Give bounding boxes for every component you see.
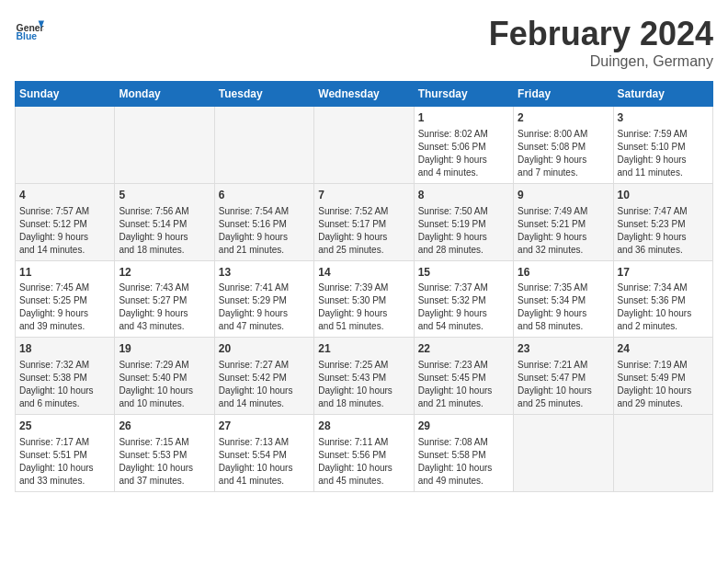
calendar-cell: 5Sunrise: 7:56 AM Sunset: 5:14 PM Daylig…: [115, 183, 214, 260]
day-number: 10: [618, 188, 709, 203]
calendar-cell: 29Sunrise: 7:08 AM Sunset: 5:58 PM Dayli…: [414, 415, 513, 492]
day-number: 25: [19, 419, 110, 434]
calendar-cell: [514, 415, 613, 492]
day-info: Sunrise: 7:15 AM Sunset: 5:53 PM Dayligh…: [119, 436, 210, 488]
svg-text:Blue: Blue: [17, 31, 38, 41]
day-info: Sunrise: 8:02 AM Sunset: 5:06 PM Dayligh…: [418, 128, 509, 179]
calendar-cell: 6Sunrise: 7:54 AM Sunset: 5:16 PM Daylig…: [214, 183, 313, 260]
calendar-cell: 10Sunrise: 7:47 AM Sunset: 5:23 PM Dayli…: [613, 183, 712, 260]
day-info: Sunrise: 7:52 AM Sunset: 5:17 PM Dayligh…: [318, 205, 409, 257]
day-number: 4: [19, 188, 110, 203]
calendar-week-row: 4Sunrise: 7:57 AM Sunset: 5:12 PM Daylig…: [16, 183, 713, 260]
calendar-cell: 18Sunrise: 7:32 AM Sunset: 5:38 PM Dayli…: [16, 338, 115, 415]
column-header-saturday: Saturday: [613, 82, 712, 107]
calendar-cell: 27Sunrise: 7:13 AM Sunset: 5:54 PM Dayli…: [214, 415, 313, 492]
day-number: 16: [518, 265, 609, 281]
day-info: Sunrise: 7:08 AM Sunset: 5:58 PM Dayligh…: [418, 436, 509, 488]
day-info: Sunrise: 7:11 AM Sunset: 5:56 PM Dayligh…: [318, 436, 409, 488]
logo-icon: General Blue: [15, 15, 44, 44]
logo: General Blue: [15, 15, 44, 44]
calendar-week-row: 18Sunrise: 7:32 AM Sunset: 5:38 PM Dayli…: [16, 338, 713, 415]
column-header-wednesday: Wednesday: [314, 82, 414, 107]
calendar-week-row: 1Sunrise: 8:02 AM Sunset: 5:06 PM Daylig…: [16, 107, 713, 184]
day-info: Sunrise: 7:39 AM Sunset: 5:30 PM Dayligh…: [318, 282, 409, 333]
day-info: Sunrise: 7:50 AM Sunset: 5:19 PM Dayligh…: [418, 205, 509, 257]
day-number: 5: [119, 188, 210, 203]
calendar-header-row: SundayMondayTuesdayWednesdayThursdayFrid…: [16, 82, 713, 107]
calendar-cell: 23Sunrise: 7:21 AM Sunset: 5:47 PM Dayli…: [514, 338, 613, 415]
day-info: Sunrise: 7:49 AM Sunset: 5:21 PM Dayligh…: [518, 205, 609, 257]
day-info: Sunrise: 7:34 AM Sunset: 5:36 PM Dayligh…: [618, 282, 709, 333]
day-info: Sunrise: 7:37 AM Sunset: 5:32 PM Dayligh…: [418, 282, 509, 333]
day-number: 15: [418, 265, 509, 281]
day-number: 18: [19, 341, 110, 357]
column-header-friday: Friday: [514, 82, 613, 107]
subtitle: Duingen, Germany: [489, 53, 713, 70]
day-info: Sunrise: 7:17 AM Sunset: 5:51 PM Dayligh…: [19, 436, 110, 488]
main-title: February 2024: [489, 15, 713, 53]
calendar-cell: 7Sunrise: 7:52 AM Sunset: 5:17 PM Daylig…: [314, 183, 414, 260]
calendar-cell: 24Sunrise: 7:19 AM Sunset: 5:49 PM Dayli…: [613, 338, 712, 415]
calendar-cell: [613, 415, 712, 492]
calendar-cell: 11Sunrise: 7:45 AM Sunset: 5:25 PM Dayli…: [16, 260, 115, 338]
day-number: 1: [418, 110, 509, 126]
day-info: Sunrise: 7:43 AM Sunset: 5:27 PM Dayligh…: [119, 282, 210, 333]
day-number: 22: [418, 341, 509, 357]
day-info: Sunrise: 7:54 AM Sunset: 5:16 PM Dayligh…: [219, 205, 310, 257]
day-info: Sunrise: 7:47 AM Sunset: 5:23 PM Dayligh…: [618, 205, 709, 257]
day-info: Sunrise: 8:00 AM Sunset: 5:08 PM Dayligh…: [518, 128, 609, 179]
day-info: Sunrise: 7:45 AM Sunset: 5:25 PM Dayligh…: [19, 282, 110, 333]
column-header-sunday: Sunday: [16, 82, 115, 107]
column-header-monday: Monday: [115, 82, 214, 107]
day-number: 20: [219, 341, 310, 357]
day-info: Sunrise: 7:35 AM Sunset: 5:34 PM Dayligh…: [518, 282, 609, 333]
calendar-cell: 19Sunrise: 7:29 AM Sunset: 5:40 PM Dayli…: [115, 338, 214, 415]
day-info: Sunrise: 7:21 AM Sunset: 5:47 PM Dayligh…: [518, 359, 609, 410]
calendar-cell: 9Sunrise: 7:49 AM Sunset: 5:21 PM Daylig…: [514, 183, 613, 260]
title-block: February 2024 Duingen, Germany: [489, 15, 713, 70]
calendar-cell: 16Sunrise: 7:35 AM Sunset: 5:34 PM Dayli…: [514, 260, 613, 338]
day-number: 2: [518, 110, 609, 126]
day-number: 7: [318, 188, 409, 203]
calendar-week-row: 25Sunrise: 7:17 AM Sunset: 5:51 PM Dayli…: [16, 415, 713, 492]
calendar-cell: 1Sunrise: 8:02 AM Sunset: 5:06 PM Daylig…: [414, 107, 513, 184]
calendar-cell: 25Sunrise: 7:17 AM Sunset: 5:51 PM Dayli…: [16, 415, 115, 492]
day-number: 6: [219, 188, 310, 203]
calendar-cell: [314, 107, 414, 184]
day-number: 29: [418, 419, 509, 434]
calendar-cell: 8Sunrise: 7:50 AM Sunset: 5:19 PM Daylig…: [414, 183, 513, 260]
calendar-cell: 14Sunrise: 7:39 AM Sunset: 5:30 PM Dayli…: [314, 260, 414, 338]
day-info: Sunrise: 7:29 AM Sunset: 5:40 PM Dayligh…: [119, 359, 210, 410]
calendar-cell: 17Sunrise: 7:34 AM Sunset: 5:36 PM Dayli…: [613, 260, 712, 338]
calendar-cell: 4Sunrise: 7:57 AM Sunset: 5:12 PM Daylig…: [16, 183, 115, 260]
day-number: 28: [318, 419, 409, 434]
calendar-cell: [16, 107, 115, 184]
day-info: Sunrise: 7:32 AM Sunset: 5:38 PM Dayligh…: [19, 359, 110, 410]
day-info: Sunrise: 7:13 AM Sunset: 5:54 PM Dayligh…: [219, 436, 310, 488]
day-number: 27: [219, 419, 310, 434]
day-number: 14: [318, 265, 409, 281]
day-number: 19: [119, 341, 210, 357]
day-info: Sunrise: 7:41 AM Sunset: 5:29 PM Dayligh…: [219, 282, 310, 333]
calendar-week-row: 11Sunrise: 7:45 AM Sunset: 5:25 PM Dayli…: [16, 260, 713, 338]
calendar-table: SundayMondayTuesdayWednesdayThursdayFrid…: [15, 81, 713, 492]
column-header-thursday: Thursday: [414, 82, 513, 107]
calendar-cell: [214, 107, 313, 184]
day-number: 21: [318, 341, 409, 357]
calendar-cell: 13Sunrise: 7:41 AM Sunset: 5:29 PM Dayli…: [214, 260, 313, 338]
calendar-cell: 26Sunrise: 7:15 AM Sunset: 5:53 PM Dayli…: [115, 415, 214, 492]
day-info: Sunrise: 7:59 AM Sunset: 5:10 PM Dayligh…: [618, 128, 709, 179]
calendar-cell: 21Sunrise: 7:25 AM Sunset: 5:43 PM Dayli…: [314, 338, 414, 415]
calendar-cell: 15Sunrise: 7:37 AM Sunset: 5:32 PM Dayli…: [414, 260, 513, 338]
day-info: Sunrise: 7:56 AM Sunset: 5:14 PM Dayligh…: [119, 205, 210, 257]
day-number: 12: [119, 265, 210, 281]
calendar-cell: 20Sunrise: 7:27 AM Sunset: 5:42 PM Dayli…: [214, 338, 313, 415]
day-info: Sunrise: 7:23 AM Sunset: 5:45 PM Dayligh…: [418, 359, 509, 410]
day-number: 13: [219, 265, 310, 281]
calendar-cell: 3Sunrise: 7:59 AM Sunset: 5:10 PM Daylig…: [613, 107, 712, 184]
day-number: 26: [119, 419, 210, 434]
day-number: 11: [19, 265, 110, 281]
calendar-cell: 12Sunrise: 7:43 AM Sunset: 5:27 PM Dayli…: [115, 260, 214, 338]
day-number: 24: [618, 341, 709, 357]
day-info: Sunrise: 7:25 AM Sunset: 5:43 PM Dayligh…: [318, 359, 409, 410]
